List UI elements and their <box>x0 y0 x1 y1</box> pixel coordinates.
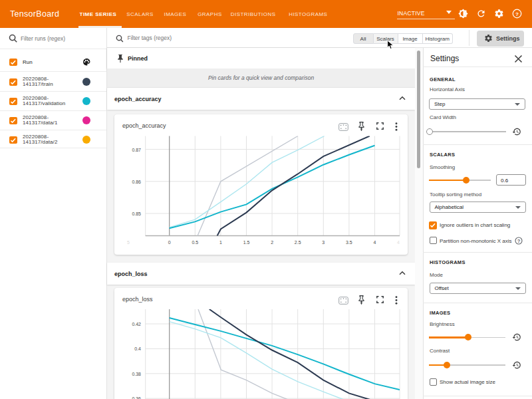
svg-text:1.5: 1.5 <box>243 240 250 245</box>
svg-text:?: ? <box>515 11 519 17</box>
svg-text:5: 5 <box>127 240 130 245</box>
svg-text:0.86: 0.86 <box>132 180 141 184</box>
svg-text:1: 1 <box>219 240 222 245</box>
svg-text:0.4: 0.4 <box>134 346 141 351</box>
svg-text:2.5: 2.5 <box>295 240 301 245</box>
svg-text:4: 4 <box>374 240 376 245</box>
svg-text:0.36: 0.36 <box>132 396 141 399</box>
svg-text:0.5: 0.5 <box>192 240 198 245</box>
svg-text:0.87: 0.87 <box>132 148 141 152</box>
svg-text:0.38: 0.38 <box>132 372 141 376</box>
svg-text:0.85: 0.85 <box>132 211 141 216</box>
svg-text:?: ? <box>517 238 521 244</box>
svg-text:0.42: 0.42 <box>132 322 141 327</box>
svg-text:4: 4 <box>397 240 400 245</box>
svg-text:2: 2 <box>271 240 273 245</box>
svg-text:3.5: 3.5 <box>346 240 352 245</box>
svg-text:0: 0 <box>168 240 171 245</box>
svg-text:3: 3 <box>322 240 325 245</box>
